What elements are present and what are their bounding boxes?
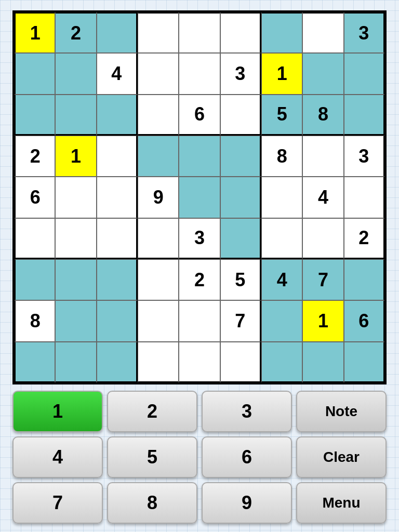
cell-7-5[interactable]: 7 [220,300,261,341]
cell-2-4[interactable]: 6 [179,95,220,136]
cell-1-5[interactable]: 3 [220,53,261,94]
header [0,0,399,10]
cell-6-2[interactable] [97,259,138,300]
cell-4-7[interactable]: 4 [302,177,343,218]
cell-4-4[interactable] [179,177,220,218]
cell-6-5[interactable]: 5 [220,259,261,300]
cell-3-3[interactable] [138,136,179,177]
cell-6-1[interactable] [55,259,96,300]
cell-4-3[interactable]: 9 [138,177,179,218]
cell-8-1[interactable] [55,342,96,383]
cell-2-8[interactable] [344,95,385,136]
cell-4-6[interactable] [261,177,302,218]
cell-4-0[interactable]: 6 [14,177,55,218]
cell-8-4[interactable] [179,342,220,383]
cell-7-2[interactable] [97,300,138,341]
cell-0-2[interactable] [97,12,138,53]
cell-3-4[interactable] [179,136,220,177]
key-6[interactable]: 6 [202,436,292,478]
cell-1-7[interactable] [302,53,343,94]
cell-3-5[interactable] [220,136,261,177]
cell-7-1[interactable] [55,300,96,341]
cell-1-0[interactable] [14,53,55,94]
cell-7-6[interactable] [261,300,302,341]
cell-7-3[interactable] [138,300,179,341]
key-2[interactable]: 2 [107,391,197,432]
cell-7-0[interactable]: 8 [14,300,55,341]
cell-7-4[interactable] [179,300,220,341]
cell-5-7[interactable] [302,218,343,259]
cell-8-7[interactable] [302,342,343,383]
cell-3-8[interactable]: 3 [344,136,385,177]
key-menu[interactable]: Menu [296,482,387,524]
key-3[interactable]: 3 [202,391,292,432]
key-9[interactable]: 9 [202,482,292,524]
cell-5-4[interactable]: 3 [179,218,220,259]
cell-0-3[interactable] [138,12,179,53]
cell-6-6[interactable]: 4 [261,259,302,300]
cell-5-0[interactable] [14,218,55,259]
cell-8-6[interactable] [261,342,302,383]
cell-8-3[interactable] [138,342,179,383]
cell-4-2[interactable] [97,177,138,218]
cell-0-7[interactable] [302,12,343,53]
cell-0-0[interactable]: 1 [14,12,55,53]
key-note[interactable]: Note [296,391,387,432]
keypad: 123Note456Clear789Menu [12,391,387,524]
cell-7-7[interactable]: 1 [302,300,343,341]
cell-6-7[interactable]: 7 [302,259,343,300]
cell-0-6[interactable] [261,12,302,53]
cell-1-1[interactable] [55,53,96,94]
cell-0-8[interactable]: 3 [344,12,385,53]
cell-0-5[interactable] [220,12,261,53]
cell-2-7[interactable]: 8 [302,95,343,136]
cell-2-1[interactable] [55,95,96,136]
cell-2-3[interactable] [138,95,179,136]
cell-1-2[interactable]: 4 [97,53,138,94]
cell-2-0[interactable] [14,95,55,136]
cell-4-8[interactable] [344,177,385,218]
cell-8-0[interactable] [14,342,55,383]
cell-7-8[interactable]: 6 [344,300,385,341]
key-7[interactable]: 7 [12,482,103,524]
cell-5-1[interactable] [55,218,96,259]
cell-5-2[interactable] [97,218,138,259]
cell-5-3[interactable] [138,218,179,259]
cell-8-5[interactable] [220,342,261,383]
cell-5-6[interactable] [261,218,302,259]
cell-2-5[interactable] [220,95,261,136]
cell-0-4[interactable] [179,12,220,53]
cell-6-0[interactable] [14,259,55,300]
cell-6-3[interactable] [138,259,179,300]
cell-4-5[interactable] [220,177,261,218]
cell-8-8[interactable] [344,342,385,383]
cell-2-2[interactable] [97,95,138,136]
cell-2-6[interactable]: 5 [261,95,302,136]
cell-1-3[interactable] [138,53,179,94]
cell-1-6[interactable]: 1 [261,53,302,94]
cell-6-8[interactable] [344,259,385,300]
cell-4-1[interactable] [55,177,96,218]
cell-3-7[interactable] [302,136,343,177]
cell-3-6[interactable]: 8 [261,136,302,177]
cell-1-8[interactable] [344,53,385,94]
cell-3-2[interactable] [97,136,138,177]
cell-6-4[interactable]: 2 [179,259,220,300]
key-1[interactable]: 1 [12,391,103,432]
key-5[interactable]: 5 [107,436,197,478]
cell-3-0[interactable]: 2 [14,136,55,177]
cell-5-5[interactable] [220,218,261,259]
key-8[interactable]: 8 [107,482,197,524]
sudoku-grid: 12343165821836943225478716 [12,10,387,384]
cell-8-2[interactable] [97,342,138,383]
cell-1-4[interactable] [179,53,220,94]
cell-0-1[interactable]: 2 [55,12,96,53]
key-4[interactable]: 4 [12,436,103,478]
cell-3-1[interactable]: 1 [55,136,96,177]
key-clear[interactable]: Clear [296,436,387,478]
cell-5-8[interactable]: 2 [344,218,385,259]
